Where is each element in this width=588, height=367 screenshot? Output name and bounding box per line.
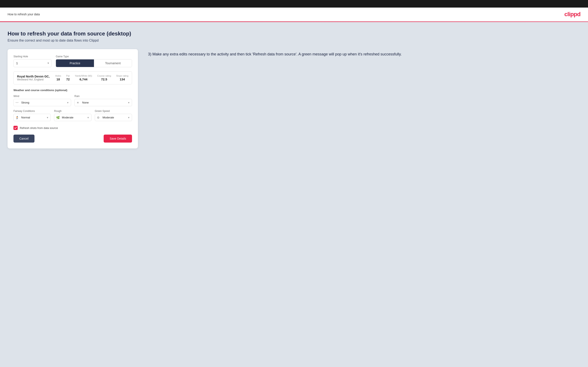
rain-label: Rain (74, 95, 132, 98)
rough-group: Rough 🌿 Moderate ▼ (54, 110, 91, 121)
wind-rain-row: Wind 〰 Strong ▼ Rain ☀ None (13, 95, 132, 106)
holes-value: 18 (56, 77, 60, 81)
course-name-block: Royal North Devon GC, Westward Ho!, Engl… (17, 75, 50, 81)
save-details-button[interactable]: Save Details (104, 134, 132, 142)
cancel-button[interactable]: Cancel (13, 134, 35, 142)
page-heading: How to refresh your data from source (de… (8, 30, 580, 37)
starting-hole-group: Starting Hole 1 ▼ (13, 55, 52, 67)
yards-stat: Yards/White (M)) 6,744 (75, 75, 92, 81)
starting-hole-select[interactable]: 1 (13, 59, 52, 67)
course-location: Westward Ho!, England (17, 78, 50, 81)
yards-value: 6,744 (79, 77, 87, 81)
holes-label: Holes (55, 75, 61, 77)
slope-rating-stat: Slope rating 134 (116, 75, 129, 81)
refresh-checkbox[interactable] (13, 126, 18, 130)
wind-label: Wind (13, 95, 71, 98)
page-title: How to refresh your data (8, 13, 40, 16)
course-name: Royal North Devon GC, (17, 75, 50, 78)
course-info-box: Royal North Devon GC, Westward Ho!, Engl… (13, 71, 132, 84)
holes-stat: Holes 18 (55, 75, 61, 81)
green-speed-select[interactable]: Moderate (95, 114, 132, 121)
tournament-button[interactable]: Tournament (94, 59, 132, 67)
green-speed-group: Green Speed ⚙ Moderate ▼ (95, 110, 132, 121)
course-rating-value: 72.5 (101, 77, 107, 81)
rough-wrapper: 🌿 Moderate ▼ (54, 114, 91, 121)
green-speed-label: Green Speed (95, 110, 132, 113)
game-type-label: Game Type (56, 55, 132, 58)
refresh-checkbox-label: Refresh shots from data source (20, 126, 58, 130)
top-form-row: Starting Hole 1 ▼ Game Type Practice Tou… (13, 55, 132, 67)
game-type-group: Game Type Practice Tournament (56, 55, 132, 67)
fairway-rough-green-row: Fairway Conditions 🏌 Normal ▼ Rough 🌿 (13, 110, 132, 121)
fairway-group: Fairway Conditions 🏌 Normal ▼ (13, 110, 51, 121)
rough-label: Rough (54, 110, 91, 113)
refresh-checkbox-row: Refresh shots from data source (13, 126, 132, 130)
side-description: 3) Make any extra edits necessary to the… (148, 49, 580, 57)
green-speed-wrapper: ⚙ Moderate ▼ (95, 114, 132, 121)
rain-group: Rain ☀ None ▼ (74, 95, 132, 106)
par-label: Par (66, 75, 70, 77)
rain-select[interactable]: None (74, 99, 132, 106)
course-rating-stat: Course rating 72.5 (97, 75, 111, 81)
par-value: 72 (66, 77, 70, 81)
practice-button[interactable]: Practice (56, 59, 94, 67)
form-actions: Cancel Save Details (13, 134, 132, 142)
yards-label: Yards/White (M)) (75, 75, 92, 77)
conditions-heading: Weather and course conditions (optional) (13, 89, 132, 92)
content-layout: Starting Hole 1 ▼ Game Type Practice Tou… (8, 49, 580, 149)
main-content: How to refresh your data from source (de… (0, 22, 588, 367)
starting-hole-label: Starting Hole (13, 55, 52, 58)
wind-select[interactable]: Strong (13, 99, 71, 106)
fairway-label: Fairway Conditions (13, 110, 51, 113)
side-description-text: 3) Make any extra edits necessary to the… (148, 51, 580, 57)
wind-group: Wind 〰 Strong ▼ (13, 95, 71, 106)
game-type-buttons: Practice Tournament (56, 59, 132, 67)
page-subheading: Ensure the correct and most up to date d… (8, 39, 580, 42)
form-card: Starting Hole 1 ▼ Game Type Practice Tou… (8, 49, 138, 149)
fairway-wrapper: 🏌 Normal ▼ (13, 114, 51, 121)
rain-wrapper: ☀ None ▼ (74, 99, 132, 106)
slope-rating-label: Slope rating (116, 75, 129, 77)
logo: clippd (564, 11, 580, 18)
header: How to refresh your data clippd (0, 8, 588, 21)
fairway-select[interactable]: Normal (13, 114, 51, 121)
course-rating-label: Course rating (97, 75, 111, 77)
starting-hole-wrapper: 1 ▼ (13, 59, 52, 67)
par-stat: Par 72 (66, 75, 70, 81)
rough-select[interactable]: Moderate (54, 114, 91, 121)
checkmark-icon (14, 127, 17, 129)
slope-rating-value: 134 (120, 77, 125, 81)
top-bar (0, 0, 588, 8)
wind-wrapper: 〰 Strong ▼ (13, 99, 71, 106)
